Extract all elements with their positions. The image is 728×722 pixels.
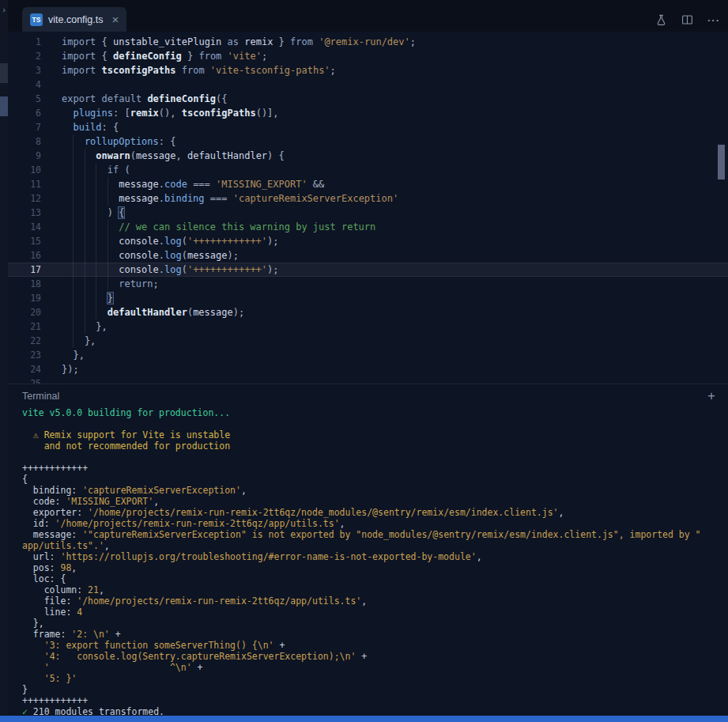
terminal-line: and not recommended for production [22,440,728,452]
terminal-line: id: '/home/projects/remix-run-remix-2tt6… [22,518,728,529]
terminal-line: ⚠ Remix support for Vite is unstable [22,429,728,440]
tab-vite-config-ts[interactable]: TS vite.config.ts × [22,7,126,32]
split-editor-icon[interactable] [681,14,693,26]
editor-line[interactable]: 4 [8,77,728,92]
editor-group: TS vite.config.ts × ··· 1import [8,0,728,716]
editor-line[interactable]: 5export default defineConfig({ [8,92,728,106]
terminal-line: binding: 'captureRemixServerException', [22,485,728,496]
beaker-icon[interactable] [655,14,667,26]
terminal-line: message: '"captureRemixServerException" … [22,529,728,540]
terminal-line: loc: { [22,573,728,584]
editor-line[interactable]: 25 [8,376,728,384]
tab-bar: TS vite.config.ts × ··· [8,0,728,32]
activity-item[interactable] [0,63,8,83]
terminal-line: ++++++++++++ [22,695,728,706]
sidebar-expand-icon[interactable]: › [0,5,8,14]
more-actions-icon[interactable]: ··· [707,14,720,26]
terminal-line: ++++++++++++ [22,463,728,474]
editor-line[interactable]: 1import { unstable_vitePlugin as remix }… [8,35,728,49]
editor-line[interactable]: 7build: { [8,120,728,134]
terminal-line: line: 4 [22,607,728,618]
editor-line[interactable]: 20defaultHandler(message); [8,305,728,319]
editor-line[interactable]: 23}, [8,348,728,362]
editor-line[interactable]: 14// we can silence this warning by just… [8,220,728,234]
new-terminal-button[interactable]: + [707,389,715,403]
editor-line[interactable]: 15console.log('++++++++++++'); [8,234,728,248]
editor-scrollbar-thumb[interactable] [718,145,725,180]
editor-line[interactable]: 2import { defineConfig } from 'vite'; [8,49,728,63]
editor-line[interactable]: 24}); [8,362,728,376]
activity-strip[interactable]: › [0,0,8,716]
editor-line[interactable]: 8rollupOptions: { [8,134,728,149]
editor-line[interactable]: 22}, [8,334,728,348]
editor-line[interactable]: 21}, [8,319,728,334]
terminal-line: { [22,474,728,485]
terminal-line: '3: export function someServerThing() {\… [22,640,728,651]
terminal-line: '4: console.log(Sentry.captureRemixServe… [22,651,728,662]
terminal-line: ✓ 210 modules transformed. [22,706,728,717]
activity-item-active[interactable] [0,96,8,116]
terminal-line: }, [22,618,728,629]
terminal-line: file: '/home/projects/remix-run-remix-2t… [22,595,728,607]
app-window: › TS vite.config.ts × [0,0,728,716]
editor-line[interactable]: 17console.log('++++++++++++'); [8,263,728,277]
close-tab-icon[interactable]: × [111,13,119,25]
editor-lines: 1import { unstable_vitePlugin as remix }… [8,35,728,384]
code-editor[interactable]: 1import { unstable_vitePlugin as remix }… [8,32,728,384]
terminal-line: } [22,684,728,695]
editor-line[interactable]: 13) { [8,206,728,220]
terminal-title: Terminal [22,391,59,402]
editor-line[interactable]: 10if ( [8,163,728,177]
typescript-file-icon: TS [30,13,43,26]
terminal-header: Terminal + [8,384,728,406]
terminal-line [22,418,728,429]
terminal-line: code: 'MISSING_EXPORT', [22,496,728,507]
editor-line[interactable]: 9onwarn(message, defaultHandler) { [8,149,728,163]
terminal-panel[interactable]: Terminal + vite v5.0.0 building for prod… [8,384,728,716]
editor-line[interactable]: 6plugins: [remix(), tsconfigPaths()], [8,106,728,120]
terminal-lines: vite v5.0.0 building for production... ⚠… [8,406,728,717]
terminal-line: exporter: '/home/projects/remix-run-remi… [22,507,728,518]
editor-line[interactable]: 18return; [8,277,728,291]
terminal-line: app/utils.ts".', [22,540,728,551]
terminal-line: vite v5.0.0 building for production... [22,407,728,418]
editor-line[interactable]: 11message.code === 'MISSING_EXPORT' && [8,177,728,191]
tab-label: vite.config.ts [48,14,103,25]
editor-actions: ··· [655,14,720,26]
terminal-line: pos: 98, [22,562,728,573]
editor-line[interactable]: 3import tsconfigPaths from 'vite-tsconfi… [8,63,728,77]
terminal-line: ' ^\n' + [22,662,728,673]
terminal-line: '5: }' [22,673,728,684]
editor-line[interactable]: 16console.log(message); [8,248,728,263]
terminal-line: frame: '2: \n' + [22,629,728,640]
terminal-line: url: 'https://rollupjs.org/troubleshooti… [22,551,728,562]
editor-line[interactable]: 12message.binding === 'captureRemixServe… [8,191,728,206]
terminal-line: column: 21, [22,584,728,595]
terminal-line [22,452,728,463]
editor-line[interactable]: 19} [8,291,728,305]
